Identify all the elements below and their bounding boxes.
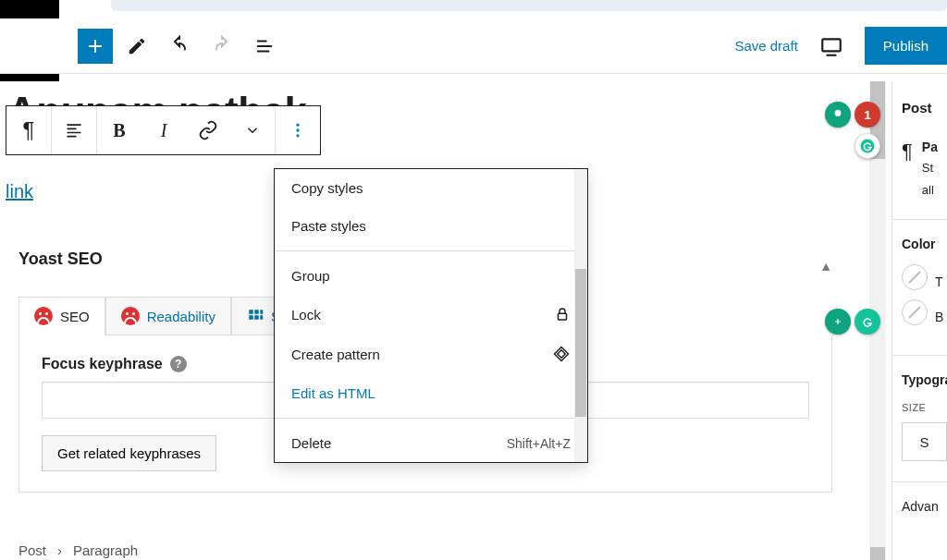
block-type-button[interactable]: ¶ (6, 106, 51, 154)
bold-icon: B (113, 120, 125, 141)
block-desc-line1: St (922, 160, 938, 177)
svg-point-2 (296, 128, 299, 131)
grammarly-badge[interactable] (855, 133, 880, 159)
svg-rect-10 (559, 313, 567, 320)
lock-icon (554, 306, 571, 323)
document-overview-button[interactable] (246, 28, 283, 65)
yoast-tab-seo[interactable]: SEO (18, 297, 105, 335)
content-link[interactable]: link (6, 181, 33, 202)
get-related-keyphrases-button[interactable]: Get related keyphrases (42, 435, 216, 471)
svg-rect-4 (249, 310, 253, 314)
insight-badge[interactable] (825, 102, 851, 128)
menu-copy-styles[interactable]: Copy styles (275, 169, 587, 207)
svg-line-13 (909, 307, 920, 318)
block-breadcrumb: Post › Paragraph (18, 542, 138, 558)
chevron-right-icon: › (57, 542, 62, 558)
settings-sidebar: Post ¶ Pa St all Color T B Typogra SIZE … (892, 81, 947, 560)
diamond-icon (552, 345, 571, 363)
no-color-icon (902, 264, 928, 290)
menu-delete[interactable]: Delete Shift+Alt+Z (275, 424, 587, 462)
link-button[interactable] (186, 106, 230, 154)
help-icon[interactable]: ? (170, 356, 187, 372)
menu-create-pattern[interactable]: Create pattern (275, 334, 587, 374)
insight-badge-2[interactable] (825, 309, 851, 335)
error-count-badge[interactable]: 1 (855, 102, 880, 128)
block-format-toolbar: ¶ B I (6, 105, 321, 155)
breadcrumb-paragraph[interactable]: Paragraph (73, 542, 138, 558)
kebab-icon (289, 121, 307, 140)
typography-section-label: Typogra (902, 372, 947, 387)
bold-button[interactable]: B (97, 106, 141, 154)
publish-button[interactable]: Publish (865, 27, 947, 65)
undo-button[interactable] (161, 28, 198, 65)
svg-rect-9 (260, 315, 263, 320)
svg-line-12 (909, 272, 920, 283)
svg-rect-0 (822, 39, 841, 51)
block-name-trunc: Pa (922, 140, 938, 154)
breadcrumb-post[interactable]: Post (18, 542, 46, 558)
grid-icon (247, 308, 264, 324)
pilcrow-icon: ¶ (23, 117, 35, 143)
sidebar-post-tab[interactable]: Post (902, 100, 947, 116)
edit-tool-button[interactable] (118, 28, 155, 65)
sad-face-icon (34, 307, 53, 325)
plus-icon (84, 35, 106, 57)
save-draft-button[interactable]: Save draft (734, 38, 797, 54)
align-left-icon (65, 121, 83, 140)
redo-button[interactable] (203, 28, 240, 65)
editor-top-toolbar: Save draft Publish (0, 18, 947, 74)
block-desc-line2: all (922, 182, 938, 199)
panel-collapse-caret[interactable]: ▲ (819, 259, 832, 274)
menu-group[interactable]: Group (275, 257, 587, 295)
menu-paste-styles[interactable]: Paste styles (275, 207, 587, 245)
yoast-tab-readability[interactable]: Readability (105, 297, 231, 335)
pilcrow-icon: ¶ (902, 140, 913, 164)
menu-scrollbar[interactable] (574, 169, 587, 462)
italic-icon: I (161, 120, 167, 141)
menu-lock[interactable]: Lock (275, 295, 587, 334)
redo-icon (211, 35, 233, 57)
bulb-icon (831, 108, 844, 121)
grammarly-inline-badge[interactable] (855, 309, 880, 335)
svg-point-3 (296, 134, 299, 137)
svg-rect-5 (254, 310, 259, 314)
font-size-selector[interactable]: S (902, 422, 947, 461)
undo-icon (168, 35, 191, 57)
outline-icon (254, 36, 275, 56)
block-options-menu: Copy styles Paste styles Group Lock Crea… (274, 168, 588, 463)
plus-circle-icon (831, 315, 844, 328)
more-rich-text-button[interactable] (230, 106, 275, 154)
size-label: SIZE (902, 402, 947, 413)
color-section-label: Color (902, 237, 947, 251)
floating-badge-stack: 1 (825, 102, 880, 159)
block-options-button[interactable] (276, 106, 320, 154)
desktop-icon (819, 34, 843, 58)
bg-color-row[interactable]: B (902, 299, 947, 335)
svg-rect-8 (254, 315, 259, 320)
sad-face-icon (121, 307, 140, 325)
text-color-row[interactable]: T (902, 264, 947, 299)
menu-delete-shortcut: Shift+Alt+Z (507, 436, 571, 451)
svg-rect-6 (260, 310, 263, 314)
grammarly-g-icon (860, 314, 875, 329)
menu-edit-as-html[interactable]: Edit as HTML (275, 374, 587, 412)
chevron-down-icon (244, 122, 261, 139)
align-button[interactable] (52, 106, 96, 154)
grammarly-icon (859, 138, 876, 154)
advanced-section-label[interactable]: Advan (902, 499, 947, 514)
svg-rect-7 (249, 315, 253, 320)
pencil-icon (127, 36, 147, 56)
preview-button[interactable] (813, 28, 850, 65)
add-block-button[interactable] (78, 29, 113, 64)
italic-button[interactable]: I (141, 106, 186, 154)
no-color-icon (902, 299, 928, 325)
svg-point-1 (296, 124, 299, 127)
link-icon (198, 120, 218, 140)
